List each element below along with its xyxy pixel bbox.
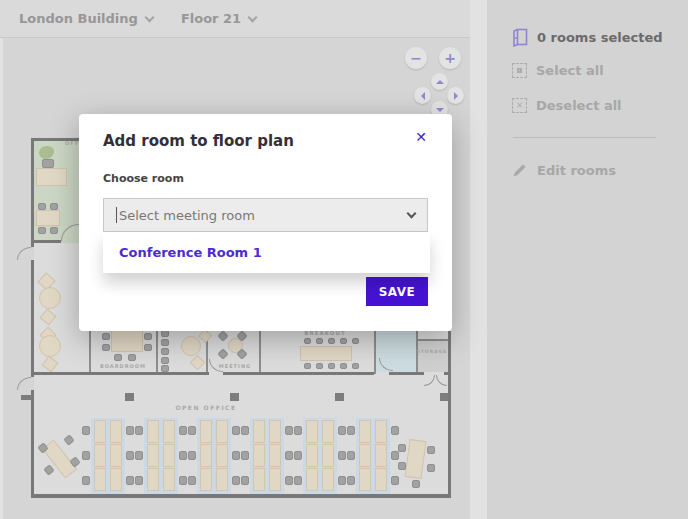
desk	[359, 468, 371, 491]
desk	[110, 468, 122, 491]
room-select-placeholder: Select meeting room	[119, 208, 255, 223]
pan-right-button[interactable]	[447, 87, 464, 104]
desk	[216, 420, 228, 443]
desk	[110, 444, 122, 467]
chair	[241, 476, 249, 485]
desk	[359, 420, 371, 443]
chair	[338, 451, 346, 460]
chair	[338, 476, 346, 485]
floor-selector-label: Floor 21	[181, 11, 241, 26]
desk	[306, 420, 318, 443]
deselect-all-button[interactable]: ✕ Deselect all	[512, 98, 622, 113]
chevron-down-icon	[248, 12, 258, 22]
room-select-dropdown: Conference Room 1	[103, 232, 430, 273]
pencil-icon	[512, 162, 528, 178]
chair	[338, 426, 346, 435]
chair	[391, 426, 399, 435]
desk	[269, 468, 281, 491]
chair	[179, 451, 187, 460]
save-button[interactable]: SAVE	[366, 277, 428, 306]
chair	[135, 476, 143, 485]
desk	[375, 420, 387, 443]
chair	[188, 426, 196, 435]
chair	[135, 451, 143, 460]
sidebar-divider	[513, 137, 656, 138]
desk	[253, 420, 265, 443]
desk	[322, 468, 334, 491]
chair	[82, 451, 90, 460]
desk	[110, 420, 122, 443]
desk	[216, 444, 228, 467]
rooms-sidebar: 0 rooms selected Select all ✕ Deselect a…	[487, 0, 688, 519]
desk	[200, 468, 212, 491]
desk	[359, 444, 371, 467]
floor-plan-app: OFFICE BOARDROOM	[0, 0, 688, 519]
edit-rooms-button[interactable]: Edit rooms	[512, 162, 616, 178]
minus-icon: −	[410, 50, 422, 66]
chair	[179, 476, 187, 485]
select-all-label: Select all	[536, 63, 604, 78]
chevron-down-icon	[144, 12, 154, 22]
desk	[375, 444, 387, 467]
desk	[375, 468, 387, 491]
chair	[294, 426, 302, 435]
room-select[interactable]: Select meeting room	[103, 198, 428, 232]
arrow-right-icon	[454, 92, 462, 100]
desk	[163, 444, 175, 467]
select-all-button[interactable]: Select all	[512, 63, 604, 78]
desk	[94, 420, 106, 443]
chair	[188, 476, 196, 485]
desk	[322, 420, 334, 443]
desk	[322, 444, 334, 467]
choose-room-label: Choose room	[103, 172, 184, 185]
chair	[232, 426, 240, 435]
desk	[94, 444, 106, 467]
building-selector[interactable]: London Building	[19, 11, 153, 26]
deselect-all-label: Deselect all	[536, 98, 622, 113]
desk	[200, 444, 212, 467]
chair	[179, 426, 187, 435]
zoom-in-button[interactable]: +	[439, 47, 461, 69]
desk	[94, 468, 106, 491]
add-room-modal: Add room to floor plan ✕ Choose room Sel…	[79, 114, 452, 331]
pan-up-button[interactable]	[431, 73, 448, 90]
desk	[306, 468, 318, 491]
chevron-down-icon	[407, 209, 417, 219]
desk	[216, 468, 228, 491]
zoom-out-button[interactable]: −	[405, 47, 427, 69]
desk	[269, 420, 281, 443]
building-selector-label: London Building	[19, 11, 138, 26]
chair	[241, 426, 249, 435]
chair	[347, 426, 355, 435]
arrow-up-icon	[436, 76, 444, 84]
desk	[147, 444, 159, 467]
desk	[163, 420, 175, 443]
deselect-all-icon: ✕	[512, 98, 527, 113]
chair	[135, 426, 143, 435]
pan-left-button[interactable]	[414, 87, 431, 104]
desk	[306, 444, 318, 467]
door-icon	[512, 28, 528, 47]
chair	[285, 426, 293, 435]
select-all-icon	[512, 63, 527, 78]
edit-rooms-label: Edit rooms	[537, 163, 616, 178]
chair	[391, 476, 399, 485]
close-icon[interactable]: ✕	[415, 130, 427, 144]
floor-selector[interactable]: Floor 21	[181, 11, 256, 26]
room-option-conference-room-1[interactable]: Conference Room 1	[103, 245, 262, 260]
plus-icon: +	[444, 50, 456, 66]
desk	[147, 468, 159, 491]
chair	[232, 451, 240, 460]
modal-title: Add room to floor plan	[103, 132, 294, 150]
chair	[82, 426, 90, 435]
chair	[232, 476, 240, 485]
chair	[347, 476, 355, 485]
chair	[391, 451, 399, 460]
rooms-selected-label: 0 rooms selected	[537, 30, 663, 45]
desk	[200, 420, 212, 443]
chair	[82, 476, 90, 485]
chair	[285, 476, 293, 485]
arrow-left-icon	[417, 92, 425, 100]
text-cursor	[116, 207, 117, 223]
rooms-selected-status: 0 rooms selected	[512, 28, 663, 47]
